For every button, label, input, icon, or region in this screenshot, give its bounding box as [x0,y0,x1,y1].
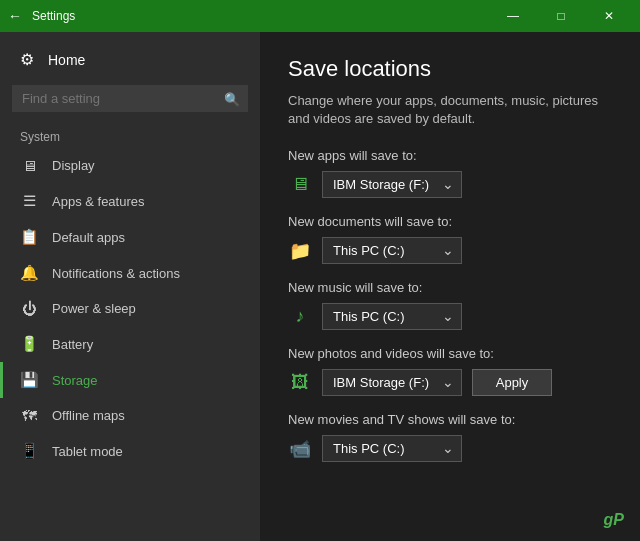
sidebar-item-label: Tablet mode [52,444,123,459]
close-button[interactable]: ✕ [586,0,632,32]
display-icon: 🖥 [20,157,38,174]
save-row-apps: New apps will save to: 🖥 IBM Storage (F:… [288,148,612,198]
search-input[interactable] [12,85,248,112]
sidebar-item-offline-maps[interactable]: 🗺 Offline maps [0,398,260,433]
movies-select-wrapper: This PC (C:) IBM Storage (F:) [322,435,462,462]
photos-select[interactable]: IBM Storage (F:) This PC (C:) [322,369,462,396]
sidebar-item-storage[interactable]: 💾 Storage [0,362,260,398]
sidebar-item-label: Battery [52,337,93,352]
sidebar-item-battery[interactable]: 🔋 Battery [0,326,260,362]
apps-select-wrapper: IBM Storage (F:) This PC (C:) [322,171,462,198]
movies-select[interactable]: This PC (C:) IBM Storage (F:) [322,435,462,462]
sidebar-item-label: Default apps [52,230,125,245]
sidebar-item-apps-features[interactable]: ☰ Apps & features [0,183,260,219]
music-select[interactable]: This PC (C:) IBM Storage (F:) [322,303,462,330]
sidebar-section-label: System [0,124,260,148]
page-title: Save locations [288,56,612,82]
save-row-apps-controls: 🖥 IBM Storage (F:) This PC (C:) [288,171,612,198]
tablet-icon: 📱 [20,442,38,460]
apps-select[interactable]: IBM Storage (F:) This PC (C:) [322,171,462,198]
save-row-photos-videos: New photos and videos will save to: 🖼 IB… [288,346,612,396]
save-row-photos-label: New photos and videos will save to: [288,346,612,361]
save-row-movies-label: New movies and TV shows will save to: [288,412,612,427]
default-apps-icon: 📋 [20,228,38,246]
main-layout: ⚙ Home 🔍 System 🖥 Display ☰ Apps & featu… [0,32,640,541]
maximize-button[interactable]: □ [538,0,584,32]
page-description: Change where your apps, documents, music… [288,92,612,128]
documents-select-wrapper: This PC (C:) IBM Storage (F:) [322,237,462,264]
search-icon: 🔍 [224,91,240,106]
notifications-icon: 🔔 [20,264,38,282]
save-row-photos-controls: 🖼 IBM Storage (F:) This PC (C:) Apply [288,369,612,396]
save-row-music: New music will save to: ♪ This PC (C:) I… [288,280,612,330]
sidebar-item-home[interactable]: ⚙ Home [0,40,260,79]
power-icon: ⏻ [20,300,38,317]
content-area: Save locations Change where your apps, d… [260,32,640,541]
save-row-documents-label: New documents will save to: [288,214,612,229]
save-row-music-controls: ♪ This PC (C:) IBM Storage (F:) [288,303,612,330]
sidebar-search-container: 🔍 [12,85,248,112]
sidebar-item-power-sleep[interactable]: ⏻ Power & sleep [0,291,260,326]
music-location-icon: ♪ [288,306,312,327]
apps-location-icon: 🖥 [288,174,312,195]
sidebar-item-notifications[interactable]: 🔔 Notifications & actions [0,255,260,291]
back-button[interactable]: ← [8,8,22,24]
documents-location-icon: 📁 [288,240,312,262]
sidebar-item-display[interactable]: 🖥 Display [0,148,260,183]
sidebar-item-label: Apps & features [52,194,145,209]
apply-button[interactable]: Apply [472,369,552,396]
home-icon: ⚙ [20,50,34,69]
battery-icon: 🔋 [20,335,38,353]
watermark: gP [604,511,624,529]
sidebar: ⚙ Home 🔍 System 🖥 Display ☰ Apps & featu… [0,32,260,541]
app-title: Settings [32,9,490,23]
sidebar-item-label: Notifications & actions [52,266,180,281]
music-select-wrapper: This PC (C:) IBM Storage (F:) [322,303,462,330]
sidebar-item-label: Display [52,158,95,173]
photos-select-wrapper: IBM Storage (F:) This PC (C:) [322,369,462,396]
sidebar-item-default-apps[interactable]: 📋 Default apps [0,219,260,255]
apps-icon: ☰ [20,192,38,210]
photos-location-icon: 🖼 [288,372,312,393]
sidebar-item-tablet-mode[interactable]: 📱 Tablet mode [0,433,260,469]
sidebar-home-label: Home [48,52,85,68]
minimize-button[interactable]: — [490,0,536,32]
documents-select[interactable]: This PC (C:) IBM Storage (F:) [322,237,462,264]
storage-icon: 💾 [20,371,38,389]
save-row-documents-controls: 📁 This PC (C:) IBM Storage (F:) [288,237,612,264]
window-controls: — □ ✕ [490,0,632,32]
maps-icon: 🗺 [20,407,38,424]
sidebar-item-label: Power & sleep [52,301,136,316]
save-row-documents: New documents will save to: 📁 This PC (C… [288,214,612,264]
movies-location-icon: 📹 [288,438,312,460]
save-row-apps-label: New apps will save to: [288,148,612,163]
save-row-movies-controls: 📹 This PC (C:) IBM Storage (F:) [288,435,612,462]
title-bar: ← Settings — □ ✕ [0,0,640,32]
sidebar-item-label: Storage [52,373,98,388]
save-row-music-label: New music will save to: [288,280,612,295]
sidebar-item-label: Offline maps [52,408,125,423]
save-row-movies-tv: New movies and TV shows will save to: 📹 … [288,412,612,462]
